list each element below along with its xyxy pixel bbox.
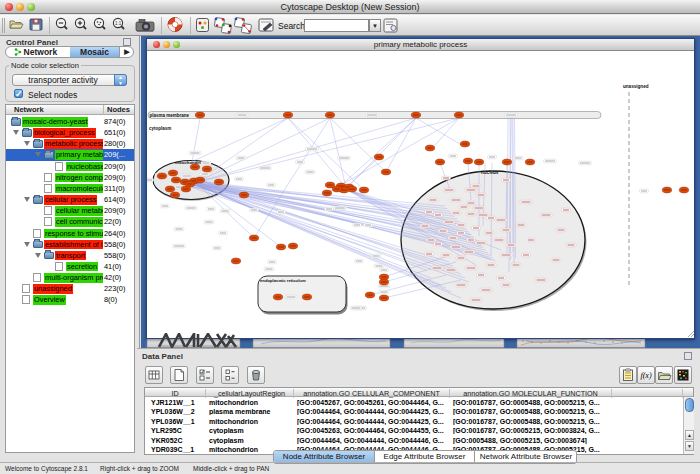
svg-text:plasma membrane: plasma membrane: [150, 113, 190, 118]
svg-text:unassigned: unassigned: [623, 84, 649, 89]
svg-text:1:1: 1:1: [115, 21, 122, 26]
svg-text:nucleus: nucleus: [481, 170, 499, 175]
svg-text:endoplasmic reticulum: endoplasmic reticulum: [260, 278, 306, 283]
svg-text:cytoplasm: cytoplasm: [149, 126, 171, 131]
